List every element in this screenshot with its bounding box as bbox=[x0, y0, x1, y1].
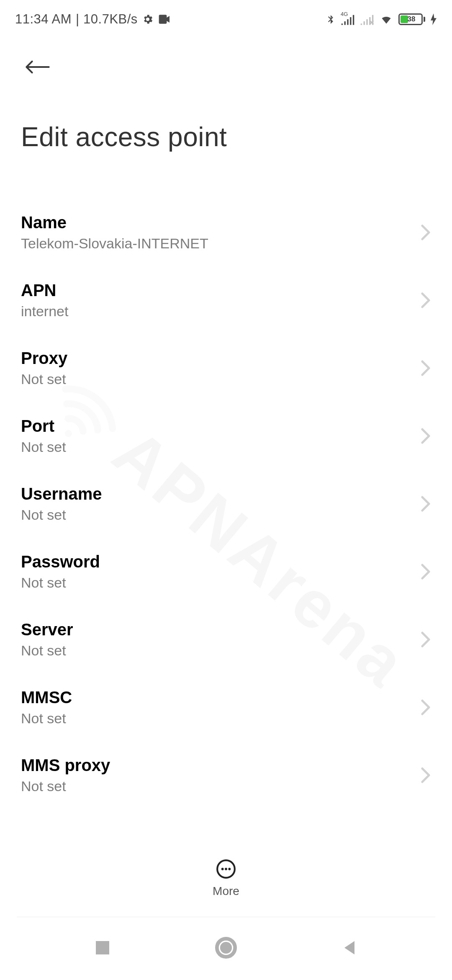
chevron-right-icon bbox=[420, 292, 431, 309]
4g-signal-icon: 4G bbox=[341, 13, 355, 25]
charging-icon bbox=[430, 13, 437, 25]
setting-label: MMS proxy bbox=[21, 756, 110, 775]
setting-value: Not set bbox=[21, 710, 72, 727]
no-signal-icon bbox=[360, 13, 374, 25]
chevron-right-icon bbox=[420, 224, 431, 241]
setting-label: Name bbox=[21, 213, 208, 232]
setting-value: Not set bbox=[21, 507, 102, 523]
setting-label: Server bbox=[21, 620, 73, 639]
svg-point-6 bbox=[220, 942, 232, 954]
setting-label: Password bbox=[21, 552, 100, 571]
chevron-right-icon bbox=[420, 767, 431, 784]
svg-point-3 bbox=[228, 868, 231, 870]
status-bar: 11:34 AM | 10.7KB/s 4G 38 bbox=[0, 0, 452, 34]
setting-value: Telekom-Slovakia-INTERNET bbox=[21, 235, 208, 252]
battery-percent: 38 bbox=[401, 15, 422, 23]
setting-value: internet bbox=[21, 303, 68, 320]
more-label: More bbox=[213, 885, 239, 898]
arrow-left-icon bbox=[24, 57, 51, 77]
status-divider: | bbox=[76, 12, 79, 27]
gear-icon bbox=[142, 13, 154, 25]
chevron-right-icon bbox=[420, 428, 431, 444]
setting-label: Username bbox=[21, 485, 102, 503]
circle-icon bbox=[215, 937, 237, 959]
more-horizontal-icon bbox=[216, 859, 236, 879]
setting-label: APN bbox=[21, 281, 68, 300]
svg-point-1 bbox=[221, 868, 224, 870]
setting-item-name[interactable]: Name Telekom-Slovakia-INTERNET bbox=[21, 199, 431, 266]
setting-value: Not set bbox=[21, 575, 100, 591]
triangle-left-icon bbox=[341, 939, 358, 956]
wifi-icon bbox=[379, 13, 393, 25]
setting-label: Proxy bbox=[21, 349, 67, 368]
chevron-right-icon bbox=[420, 699, 431, 716]
svg-point-2 bbox=[225, 868, 227, 870]
more-button[interactable]: More bbox=[0, 847, 452, 910]
camera-icon bbox=[158, 14, 171, 24]
setting-value: Not set bbox=[21, 778, 110, 794]
square-icon bbox=[94, 939, 111, 956]
back-button[interactable] bbox=[21, 50, 54, 84]
chevron-right-icon bbox=[420, 495, 431, 512]
system-nav-bar bbox=[0, 917, 452, 980]
chevron-right-icon bbox=[420, 360, 431, 377]
page-title: Edit access point bbox=[21, 84, 431, 152]
status-data-rate: 10.7KB/s bbox=[83, 12, 138, 27]
chevron-right-icon bbox=[420, 631, 431, 648]
chevron-right-icon bbox=[420, 563, 431, 580]
nav-home-button[interactable] bbox=[215, 937, 237, 960]
setting-label: MMSC bbox=[21, 688, 72, 707]
battery-icon: 38 bbox=[398, 13, 425, 25]
status-time: 11:34 AM bbox=[15, 12, 72, 27]
setting-item-mms-proxy[interactable]: MMS proxy Not set bbox=[21, 741, 431, 809]
setting-item-apn[interactable]: APN internet bbox=[21, 266, 431, 334]
setting-value: Not set bbox=[21, 642, 73, 659]
nav-recents-button[interactable] bbox=[94, 939, 111, 958]
bluetooth-icon bbox=[326, 13, 336, 26]
nav-back-button[interactable] bbox=[341, 939, 358, 958]
svg-rect-4 bbox=[96, 941, 109, 954]
